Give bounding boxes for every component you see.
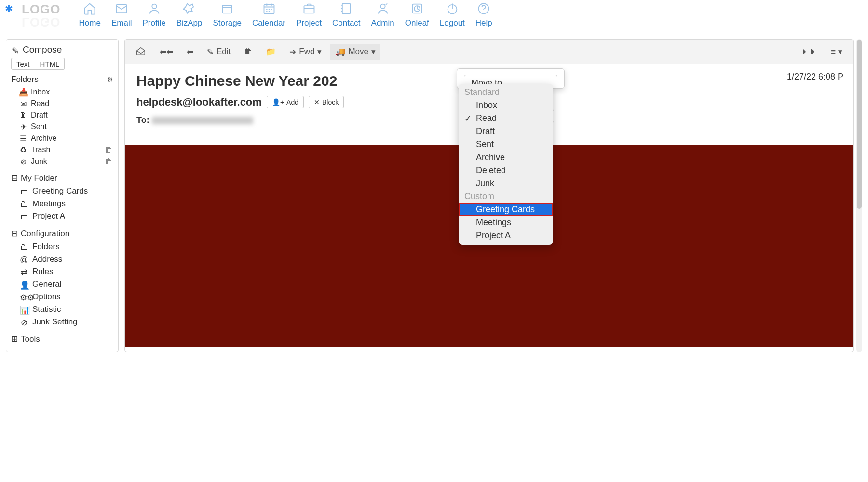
check-icon: ✓ — [464, 113, 472, 124]
chart-icon: 📊 — [20, 305, 28, 314]
svg-point-6 — [380, 4, 385, 9]
move-menu: Standard Inbox ✓Read Draft Sent Archive … — [459, 84, 553, 245]
nav-calendar[interactable]: Calendar — [252, 2, 285, 28]
ban-icon: ⊘ — [19, 157, 27, 166]
svg-rect-4 — [304, 6, 314, 13]
folder-icon: 🗀 — [20, 200, 28, 208]
top-navbar: ✱ LOGO LOGO Home Email Profile BizApp St… — [0, 0, 868, 32]
folder-sent[interactable]: ✈Sent — [11, 121, 113, 133]
menu-item-inbox[interactable]: Inbox — [459, 99, 553, 112]
block-contact-button[interactable]: ✕Block — [309, 96, 344, 108]
folder-inbox[interactable]: 📥Inbox — [11, 86, 113, 98]
compose-text-button[interactable]: Text — [11, 58, 35, 70]
app-logo: LOGO LOGO — [22, 2, 61, 17]
x-icon: ✕ — [314, 98, 320, 106]
folder-draft[interactable]: 🗎Draft — [11, 109, 113, 121]
nav-admin[interactable]: Admin — [371, 2, 394, 28]
folder-archive[interactable]: ☰Archive — [11, 133, 113, 144]
folder-read[interactable]: ✉Read — [11, 98, 113, 109]
compose-icon: ✎ — [11, 45, 20, 54]
exchange-icon: ⇄ — [20, 268, 28, 276]
file-icon: 🗎 — [19, 111, 27, 120]
trash-icon[interactable]: 🗑 — [105, 157, 112, 166]
add-contact-button[interactable]: 👤+Add — [267, 96, 304, 108]
myfolder-meetings[interactable]: 🗀Meetings — [11, 198, 113, 210]
menu-item-archive[interactable]: Archive — [459, 151, 553, 164]
nav-contact[interactable]: Contact — [332, 2, 361, 28]
configuration-header[interactable]: ⊟Configuration — [11, 228, 113, 239]
inbox-icon: 📥 — [19, 88, 27, 96]
reply-button[interactable]: ⬅ — [182, 44, 198, 60]
open-envelope-button[interactable] — [131, 43, 151, 60]
next-button[interactable]: ⏵⏵ — [796, 44, 822, 59]
at-icon: @ — [20, 255, 28, 264]
reply-all-button[interactable]: ⬅⬅ — [155, 44, 178, 60]
minus-box-icon: ⊟ — [11, 173, 18, 183]
edit-button[interactable]: ✎ Edit — [202, 44, 235, 60]
config-address[interactable]: @Address — [11, 253, 113, 266]
menu-item-draft[interactable]: Draft — [459, 125, 553, 138]
archive-button[interactable]: 📁 — [261, 44, 281, 60]
config-statistic[interactable]: 📊Statistic — [11, 303, 113, 316]
folders-header: Folders — [11, 75, 39, 84]
menu-header-standard: Standard — [459, 86, 553, 99]
svg-rect-2 — [223, 5, 232, 13]
to-address-redacted — [152, 117, 253, 124]
myfolder-project-a[interactable]: 🗀Project A — [11, 210, 113, 223]
nav-help[interactable]: Help — [475, 2, 492, 28]
nav-home[interactable]: Home — [79, 2, 101, 28]
nav-bizapp[interactable]: BizApp — [176, 2, 203, 28]
config-folders[interactable]: 🗀Folders — [11, 241, 113, 253]
move-button[interactable]: 🚚 Move ▾ — [330, 44, 380, 60]
menu-item-meetings[interactable]: Meetings — [459, 216, 553, 229]
folders-settings-icon[interactable]: ⚙ — [107, 76, 113, 83]
truck-icon: 🚚 — [335, 47, 345, 57]
pencil-icon: ✎ — [207, 47, 214, 57]
paper-plane-icon: ✈ — [19, 122, 27, 131]
sidebar: ✎Compose Text HTML Folders⚙ 📥Inbox ✉Read… — [6, 39, 119, 352]
folder-junk[interactable]: ⊘Junk🗑 — [11, 156, 113, 167]
compose-button[interactable]: ✎Compose — [11, 44, 113, 55]
folder-list: 📥Inbox ✉Read 🗎Draft ✈Sent ☰Archive ♻Tras… — [11, 86, 113, 167]
myfolder-header[interactable]: ⊟My Folder — [11, 173, 113, 183]
menu-item-greeting-cards[interactable]: Greeting Cards — [459, 203, 553, 216]
menu-item-junk[interactable]: Junk — [459, 177, 553, 190]
menu-header-custom: Custom — [459, 190, 553, 203]
config-options[interactable]: ⚙⚙Options — [11, 291, 113, 303]
svg-point-1 — [152, 4, 156, 9]
config-general[interactable]: 👤General — [11, 278, 113, 291]
menu-item-deleted[interactable]: Deleted — [459, 164, 553, 177]
folder-icon: 🗀 — [20, 212, 28, 221]
message-view: ⬅⬅ ⬅ ✎ Edit 🗑 📁 ➔ Fwd ▾ 🚚 Move ▾ ⏵⏵ ≡ ▾ … — [124, 39, 854, 352]
delete-button[interactable]: 🗑 — [239, 44, 257, 59]
nav-onleaf[interactable]: Onleaf — [405, 2, 429, 28]
folder-trash[interactable]: ♻Trash🗑 — [11, 144, 113, 156]
scrollbar[interactable] — [856, 39, 862, 352]
forward-button[interactable]: ➔ Fwd ▾ — [285, 44, 326, 60]
trash-icon[interactable]: 🗑 — [105, 146, 112, 154]
recycle-icon: ♻ — [19, 146, 27, 154]
user-icon: 👤 — [20, 280, 28, 289]
config-junk-setting[interactable]: ⊘Junk Setting — [11, 316, 113, 328]
menu-item-sent[interactable]: Sent — [459, 138, 553, 151]
nav-storage[interactable]: Storage — [213, 2, 242, 28]
nav-project[interactable]: Project — [296, 2, 322, 28]
user-plus-icon: 👤+ — [272, 98, 284, 106]
hamburger-menu-button[interactable]: ≡ ▾ — [826, 44, 847, 60]
myfolder-greeting-cards[interactable]: 🗀Greeting Cards — [11, 185, 113, 198]
menu-item-read[interactable]: ✓Read — [459, 112, 553, 125]
menu-item-project-a[interactable]: Project A — [459, 229, 553, 242]
config-rules[interactable]: ⇄Rules — [11, 266, 113, 278]
message-timestamp: 1/27/22 6:08 P — [787, 72, 843, 82]
compose-html-button[interactable]: HTML — [35, 58, 65, 70]
envelope-open-icon: ✉ — [19, 99, 27, 108]
message-from: helpdesk@lookafter.com — [136, 96, 262, 108]
nav-email[interactable]: Email — [111, 2, 132, 28]
tools-header[interactable]: ⊞Tools — [11, 334, 113, 344]
scrollbar-thumb[interactable] — [857, 40, 862, 209]
nav-logout[interactable]: Logout — [440, 2, 465, 28]
archive-icon: ☰ — [19, 134, 27, 143]
nav-profile[interactable]: Profile — [142, 2, 165, 28]
plus-box-icon: ⊞ — [11, 334, 18, 344]
folder-icon: 🗀 — [20, 187, 28, 196]
